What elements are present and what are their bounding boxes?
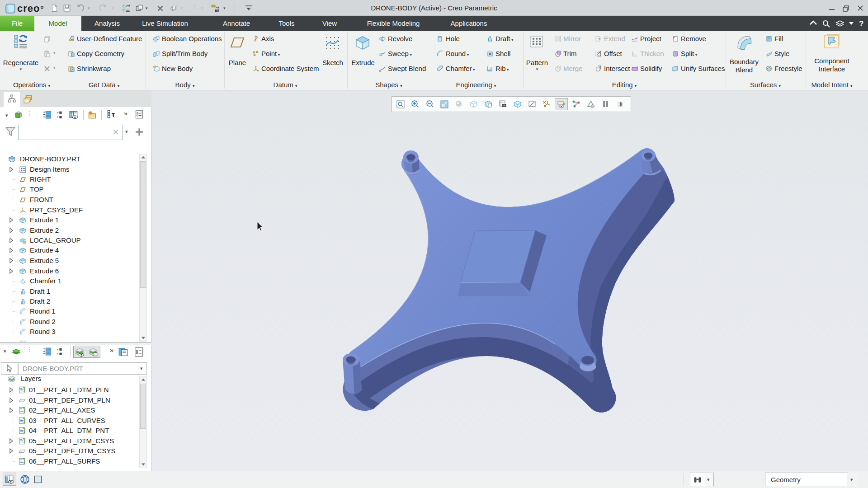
svg-text:BIM: BIM bbox=[215, 9, 219, 12]
svg-text:?: ? bbox=[859, 19, 863, 28]
svg-text:creo: creo bbox=[17, 3, 40, 14]
